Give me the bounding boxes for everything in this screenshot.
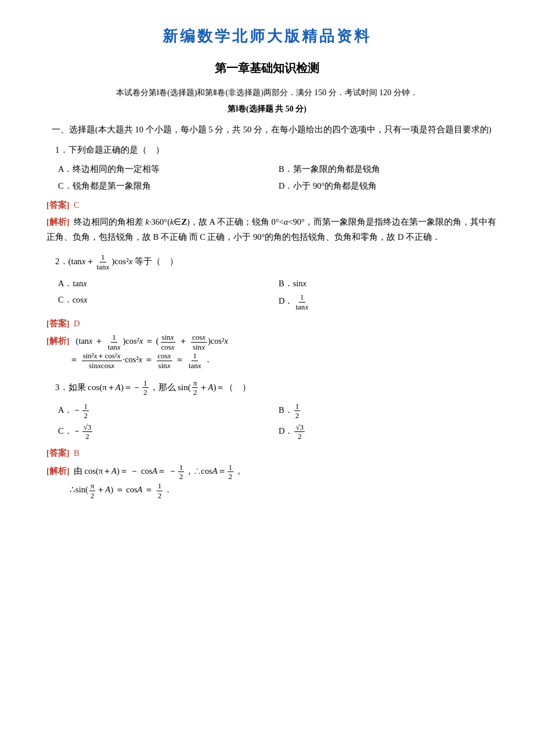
- sub-title: 第一章基础知识检测: [35, 58, 499, 78]
- analysis-2-line2: ＝ sin²x＋cos²xsinxcosx·cos²x ＝ cosxsinx ＝…: [70, 351, 499, 370]
- option-3d: D．√32: [279, 423, 499, 441]
- analysis-2: [解析] (tanx ＋ 1tanx)cos²x ＝ (sinxcosx ＋ c…: [46, 333, 499, 370]
- option-3b: B．12: [279, 402, 499, 420]
- answer-3: [答案] B: [46, 446, 499, 460]
- analysis-3-line1: [解析] 由 cos(π＋A)＝ － cosA＝ －12，∴cosA＝12，: [46, 463, 499, 481]
- analysis-1-label: [解析]: [46, 217, 70, 226]
- analysis-3-line2: ∴sin(π2＋A) ＝ cosA ＝ 12．: [70, 481, 499, 500]
- question-2-options: A．tanx B．sinx C．cosx D．1tanx: [58, 276, 499, 312]
- answer-2: [答案] D: [46, 316, 499, 331]
- analysis-3-label: [解析]: [46, 466, 70, 476]
- section1-label: 第Ⅰ卷(选择题 共 50 分): [35, 102, 499, 116]
- question-section-intro: 一、选择题(本大题共 10 个小题，每小题 5 分，共 50 分，在每小题给出的…: [35, 122, 499, 137]
- option-1d: D．小于 90°的角都是锐角: [279, 179, 499, 193]
- question-2: 2．(tanx＋1tanx)cos²x 等于（ ） A．tanx B．sinx …: [35, 253, 499, 370]
- question-1-options: A．终边相同的角一定相等 B．第一象限的角都是锐角 C．锐角都是第一象限角 D．…: [58, 162, 499, 193]
- option-2c: C．cosx: [58, 293, 279, 311]
- main-title: 新编数学北师大版精品资料: [35, 23, 499, 49]
- analysis-3: [解析] 由 cos(π＋A)＝ － cosA＝ －12，∴cosA＝12， ∴…: [46, 463, 499, 500]
- exam-intro: 本试卷分第Ⅰ卷(选择题)和第Ⅱ卷(非选择题)两部分．满分 150 分．考试时间 …: [35, 86, 499, 100]
- question-1: 1．下列命题正确的是（ ） A．终边相同的角一定相等 B．第一象限的角都是锐角 …: [35, 143, 499, 245]
- analysis-2-label: [解析]: [46, 337, 70, 346]
- option-2a: A．tanx: [58, 276, 279, 291]
- question-1-text: 1．下列命题正确的是（ ）: [46, 143, 499, 158]
- option-1a: A．终边相同的角一定相等: [58, 162, 279, 177]
- question-3: 3．如果 cos(π＋A)＝－12，那么 sin(π2＋A)＝（ ） A．－12…: [35, 379, 499, 501]
- option-3c: C．－√32: [58, 423, 279, 441]
- answer-1: [答案] C: [46, 198, 499, 213]
- option-1c: C．锐角都是第一象限角: [58, 179, 279, 193]
- analysis-1: [解析] 终边相同的角相差 k·360°(k∈Z)，故 A 不正确；锐角 0°<…: [46, 214, 499, 244]
- question-3-text: 3．如果 cos(π＋A)＝－12，那么 sin(π2＋A)＝（ ）: [46, 379, 499, 397]
- option-2b: B．sinx: [279, 276, 499, 291]
- analysis-2-line1: [解析] (tanx ＋ 1tanx)cos²x ＝ (sinxcosx ＋ c…: [46, 333, 499, 351]
- answer-3-label: [答案]: [46, 448, 70, 458]
- option-2d: D．1tanx: [279, 293, 499, 311]
- answer-1-label: [答案]: [46, 200, 70, 210]
- answer-2-label: [答案]: [46, 319, 70, 328]
- option-3a: A．－12: [58, 402, 279, 420]
- option-1b: B．第一象限的角都是锐角: [279, 162, 499, 177]
- question-2-text: 2．(tanx＋1tanx)cos²x 等于（ ）: [46, 253, 499, 271]
- question-3-options: A．－12 B．12 C．－√32 D．√32: [58, 402, 499, 441]
